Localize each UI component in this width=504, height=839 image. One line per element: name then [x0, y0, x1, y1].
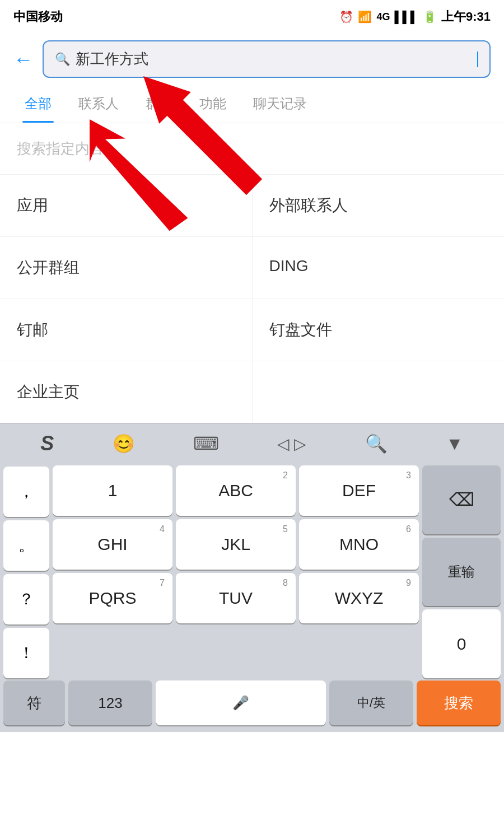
key-4-ghi[interactable]: 4 GHI [53, 519, 172, 570]
key-search[interactable]: 搜索 [417, 680, 501, 725]
key-period[interactable]: 。 [3, 520, 49, 571]
search-input[interactable]: 新工作方式 [76, 49, 470, 69]
carrier-text: 中国移动 [13, 8, 63, 25]
key-comma[interactable]: ， [3, 467, 49, 517]
keyboard-tool-search[interactable]: 🔍 [365, 433, 388, 454]
alarm-icon: ⏰ [339, 10, 353, 24]
signal-icon: ▌▌▌ [394, 11, 418, 24]
key-fu[interactable]: 符 [3, 680, 65, 725]
key-9-wxyz[interactable]: 9 WXYZ [299, 573, 419, 623]
main-keyboard-area: ， 。 ？ ！ 1 2 ABC 3 DEF [0, 465, 504, 678]
category-public-groups[interactable]: 公开群组 [0, 237, 253, 299]
search-icon: 🔍 [55, 52, 70, 67]
tab-groups[interactable]: 群组 [132, 85, 186, 123]
key-exclaim[interactable]: ！ [3, 628, 49, 678]
key-rewrite[interactable]: 重输 [422, 538, 501, 607]
keyboard-tool-layout[interactable]: ⌨ [193, 433, 219, 454]
search-bar-row: ← 🔍 新工作方式 [0, 34, 504, 85]
keyboard-tool-more[interactable]: ▼ [446, 434, 464, 454]
4g-icon: 4G [376, 11, 390, 23]
keyboard-tool-emoji[interactable]: 😊 [113, 433, 135, 454]
tabs-row: 全部 联系人 群组 功能 聊天记录 [0, 85, 504, 123]
category-row-3: 钉邮 钉盘文件 [0, 299, 504, 361]
search-input-wrap[interactable]: 🔍 新工作方式 [43, 40, 491, 78]
time-display: 上午9:31 [441, 8, 491, 25]
category-row-1: 应用 外部联系人 [0, 175, 504, 237]
kb-row-2: 4 GHI 5 JKL 6 MNO [53, 519, 419, 570]
left-punctuation-keys: ， 。 ？ ！ [3, 465, 49, 678]
key-spacebar[interactable]: 🎤 [156, 680, 326, 725]
tab-functions[interactable]: 功能 [186, 85, 240, 123]
key-zero[interactable]: 0 [422, 609, 501, 678]
tab-contacts[interactable]: 联系人 [65, 85, 132, 123]
key-backspace[interactable]: ⌫ [422, 465, 501, 534]
tab-chat[interactable]: 聊天记录 [240, 85, 320, 123]
status-icons: ⏰ 📶 4G ▌▌▌ 🔋 上午9:31 [339, 8, 491, 25]
category-company-page[interactable]: 企业主页 [0, 361, 253, 423]
key-5-jkl[interactable]: 5 JKL [176, 519, 296, 570]
tab-all[interactable]: 全部 [11, 85, 65, 123]
keyboard-area: ， 。 ？ ！ 1 2 ABC 3 DEF [0, 463, 504, 732]
category-row-2: 公开群组 DING [0, 237, 504, 299]
key-question[interactable]: ？ [3, 574, 49, 624]
category-mail[interactable]: 钉邮 [0, 299, 253, 361]
status-bar: 中国移动 ⏰ 📶 4G ▌▌▌ 🔋 上午9:31 [0, 0, 504, 34]
battery-icon: 🔋 [423, 10, 437, 24]
key-6-mno[interactable]: 6 MNO [299, 519, 419, 570]
category-row-4: 企业主页 [0, 361, 504, 423]
keyboard-tool-sogou[interactable]: S [40, 432, 54, 455]
key-7-pqrs[interactable]: 7 PQRS [53, 573, 172, 623]
key-lang[interactable]: 中/英 [329, 680, 413, 725]
key-1[interactable]: 1 [53, 465, 172, 516]
keyboard-toolbar: S 😊 ⌨ ◁ ▷ 🔍 ▼ [0, 423, 504, 463]
search-hint: 搜索指定内容 [0, 123, 504, 175]
keyboard-bottom-row: 符 123 🎤 中/英 搜索 [0, 678, 504, 730]
keyboard-tool-cursor[interactable]: ◁ ▷ [277, 435, 306, 453]
category-grid: 应用 外部联系人 公开群组 DING 钉邮 钉盘文件 企业主页 [0, 175, 504, 423]
category-disk[interactable]: 钉盘文件 [253, 299, 505, 361]
main-numpad-keys: 1 2 ABC 3 DEF 4 GHI 5 JKL [53, 465, 419, 678]
key-123[interactable]: 123 [68, 680, 152, 725]
category-external-contacts[interactable]: 外部联系人 [253, 175, 505, 236]
right-action-keys: ⌫ 重输 0 [422, 465, 501, 678]
key-3-def[interactable]: 3 DEF [299, 465, 419, 516]
back-button[interactable]: ← [13, 48, 34, 71]
wifi-icon: 📶 [358, 10, 372, 24]
kb-row-1: 1 2 ABC 3 DEF [53, 465, 419, 516]
key-2-abc[interactable]: 2 ABC [176, 465, 296, 516]
category-ding[interactable]: DING [253, 237, 505, 299]
key-8-tuv[interactable]: 8 TUV [176, 573, 296, 623]
category-apps[interactable]: 应用 [0, 175, 253, 236]
category-empty [253, 361, 505, 423]
kb-row-3: 7 PQRS 8 TUV 9 WXYZ [53, 573, 419, 623]
text-cursor [477, 52, 478, 67]
